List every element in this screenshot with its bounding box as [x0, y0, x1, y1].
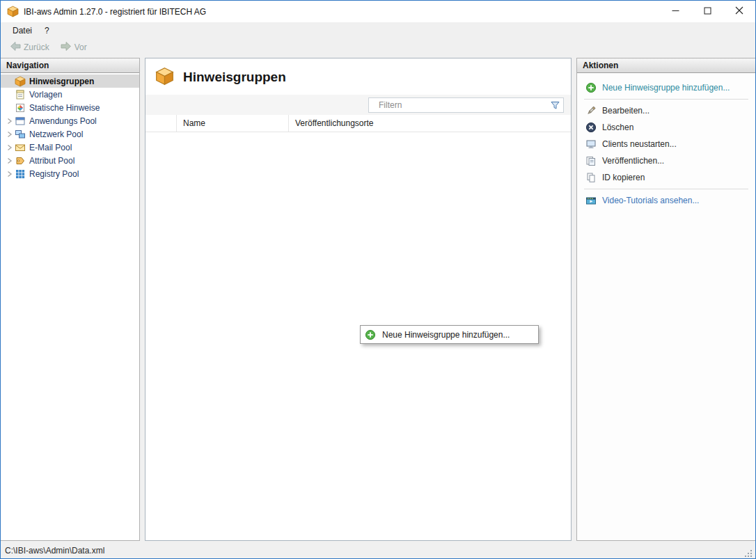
window-title: IBI-aws Admin 1.27.0 - registriert für I… [24, 7, 206, 17]
delete-icon [585, 122, 597, 133]
menu-file[interactable]: Datei [6, 24, 38, 38]
app-window: IBI-aws Admin 1.27.0 - registriert für I… [0, 0, 756, 559]
popup-label: Neue Hinweisgruppe hinzufügen... [382, 330, 510, 340]
nav-item-label: Anwendungs Pool [29, 116, 97, 126]
back-button-label: Zurück [24, 42, 49, 52]
actions-separator [584, 99, 748, 100]
expand-chevron-icon[interactable] [4, 171, 15, 178]
nav-item-label: Netzwerk Pool [29, 129, 83, 139]
actions-list: Neue Hinweisgruppe hinzufügen... [577, 73, 755, 215]
forward-button[interactable]: Vor [56, 40, 92, 55]
close-button[interactable] [723, 1, 755, 22]
add-plus-icon [585, 82, 597, 93]
hint-groups-header-icon [155, 67, 174, 88]
resize-grip[interactable] [743, 549, 753, 558]
menu-bar: Datei ? [1, 22, 755, 38]
add-hint-group-popup[interactable]: Neue Hinweisgruppe hinzufügen... [360, 325, 539, 344]
static-hints-icon [15, 102, 26, 113]
filter-row [145, 95, 571, 115]
maximize-icon [704, 6, 711, 17]
nav-item-label: E-Mail Pool [29, 143, 72, 152]
column-icon-spacer [145, 115, 177, 132]
forward-arrow-icon [61, 41, 72, 54]
network-pool-icon [15, 129, 26, 140]
data-file-path: C:\IBI-aws\Admin\Data.xml [5, 546, 104, 556]
publish-icon [585, 155, 597, 166]
back-button[interactable]: Zurück [5, 40, 54, 55]
maximize-button[interactable] [691, 1, 723, 22]
main-header: Hinweisgruppen [145, 58, 571, 95]
expand-chevron-icon[interactable] [4, 118, 15, 125]
video-tutorials-icon [585, 195, 597, 206]
pencil-icon [585, 105, 597, 116]
action-video-tutorials[interactable]: Video-Tutorials ansehen... [577, 192, 755, 209]
email-pool-icon [15, 142, 26, 153]
nav-item-label: Hinweisgruppen [29, 77, 94, 86]
action-add-hint-group[interactable]: Neue Hinweisgruppe hinzufügen... [577, 79, 755, 96]
minimize-button[interactable] [659, 1, 691, 22]
expand-chevron-icon[interactable] [4, 157, 15, 164]
action-label: ID kopieren [602, 173, 645, 182]
templates-icon [15, 89, 26, 100]
nav-item-label: Attribut Pool [29, 156, 74, 166]
clients-restart-icon [585, 139, 597, 150]
action-edit[interactable]: Bearbeiten... [577, 102, 755, 119]
app-icon [7, 6, 19, 17]
content-area: Navigation Hinweisgruppen [1, 56, 755, 542]
actions-panel: Aktionen Neue Hinweisgruppe hinzufügen..… [576, 58, 755, 541]
column-header-publish-locations[interactable]: Veröffentlichungsorte [289, 115, 571, 132]
actions-separator [584, 189, 748, 189]
filter-input[interactable] [369, 98, 563, 112]
nav-item-attribut-pool[interactable]: Attribut Pool [1, 154, 139, 167]
action-label: Neue Hinweisgruppe hinzufügen... [602, 83, 730, 93]
copy-icon [585, 172, 597, 183]
action-publish[interactable]: Veröffentlichen... [577, 152, 755, 169]
action-label: Löschen [602, 123, 633, 132]
action-label: Clients neustarten... [602, 139, 677, 149]
nav-item-label: Registry Pool [29, 169, 79, 179]
hint-groups-icon [15, 76, 26, 87]
window-controls [659, 1, 755, 22]
navigation-tree: Hinweisgruppen Vorlagen [1, 73, 139, 540]
expand-chevron-icon[interactable] [4, 131, 15, 138]
nav-item-anwendungs-pool[interactable]: Anwendungs Pool [1, 114, 139, 127]
navigation-toolbar: Zurück Vor [1, 38, 755, 56]
nav-item-label: Vorlagen [29, 90, 62, 100]
action-copy-id[interactable]: ID kopieren [577, 169, 755, 186]
filter-funnel-icon[interactable] [550, 100, 560, 111]
status-bar: C:\IBI-aws\Admin\Data.xml [1, 542, 755, 558]
nav-item-hinweisgruppen[interactable]: Hinweisgruppen [1, 74, 139, 88]
nav-item-netzwerk-pool[interactable]: Netzwerk Pool [1, 127, 139, 141]
menu-help[interactable]: ? [38, 24, 56, 38]
navigation-panel-header: Navigation [1, 58, 139, 73]
minimize-icon [672, 6, 679, 17]
registry-pool-icon [15, 168, 26, 180]
action-label: Video-Tutorials ansehen... [602, 196, 699, 205]
application-pool-icon [15, 116, 26, 127]
page-title: Hinweisgruppen [183, 70, 286, 85]
title-bar: IBI-aws Admin 1.27.0 - registriert für I… [1, 1, 755, 22]
action-delete[interactable]: Löschen [577, 119, 755, 136]
nav-item-registry-pool[interactable]: Registry Pool [1, 167, 139, 180]
nav-item-email-pool[interactable]: E-Mail Pool [1, 141, 139, 154]
column-header-name[interactable]: Name [177, 115, 289, 132]
nav-item-statische-hinweise[interactable]: Statische Hinweise [1, 101, 139, 114]
forward-button-label: Vor [74, 42, 87, 52]
attribute-pool-icon [15, 155, 26, 166]
navigation-panel: Navigation Hinweisgruppen [1, 58, 140, 541]
back-arrow-icon [10, 41, 21, 54]
add-plus-icon [365, 329, 376, 340]
filter-box [368, 97, 564, 113]
close-icon [735, 6, 743, 17]
actions-panel-header: Aktionen [577, 58, 755, 73]
nav-item-label: Statische Hinweise [29, 103, 100, 113]
main-panel: Hinweisgruppen Name Veröffentlichungsort… [145, 58, 572, 541]
nav-item-vorlagen[interactable]: Vorlagen [1, 88, 139, 101]
table-header: Name Veröffentlichungsorte [145, 115, 571, 132]
action-label: Veröffentlichen... [602, 156, 664, 166]
expand-chevron-icon[interactable] [4, 144, 15, 151]
action-label: Bearbeiten... [602, 106, 649, 116]
action-restart-clients[interactable]: Clients neustarten... [577, 136, 755, 152]
